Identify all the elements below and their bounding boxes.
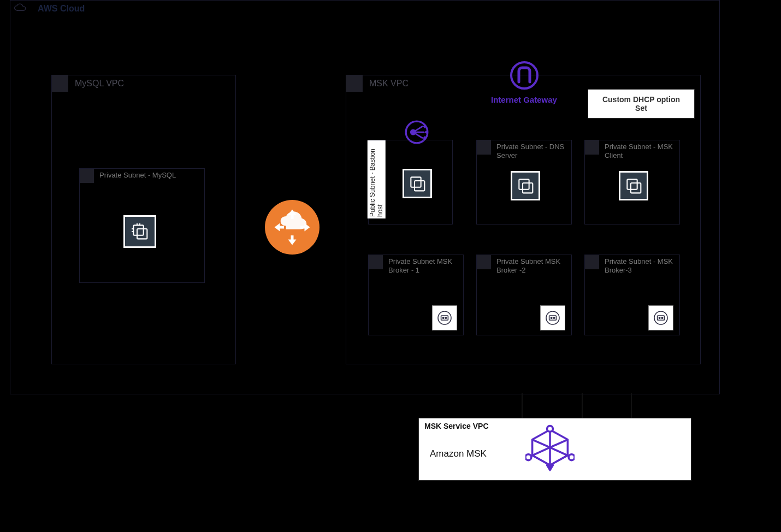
subnet-corner-icon [585,140,599,155]
subnet-mysql-title: Private Subnet - MySQL [99,171,179,180]
aws-cloud-container: AWS Cloud MySQL VPC Private Subnet - MyS… [10,0,720,394]
svg-point-41 [569,454,575,460]
subnet-dns: Private Subnet - DNS Server [476,140,572,224]
vpc-corner-icon [52,75,68,92]
msk-broker-icon [648,305,673,330]
svg-rect-1 [137,229,147,239]
svg-point-27 [551,317,552,318]
svg-point-32 [661,317,662,318]
subnet-dns-title: Private Subnet - DNS Server [496,143,571,159]
dhcp-label: Custom DHCP option Set [602,95,680,113]
svg-rect-18 [523,183,532,193]
ec2-instance-icon [619,171,648,200]
svg-marker-13 [424,131,427,134]
subnet-broker2-title: Private Subnet MSK Broker -2 [496,257,571,274]
svg-line-9 [413,126,423,132]
msk-service-product: Amazon MSK [430,448,487,459]
svg-point-42 [547,426,553,432]
svg-point-25 [546,311,559,324]
svg-marker-39 [547,465,553,470]
svg-rect-15 [411,177,421,187]
vpc-msk: MSK VPC Internet Gateway Custom DHCP opt… [346,75,701,364]
subnet-corner-icon [80,169,94,183]
svg-point-28 [553,317,554,318]
subnet-corner-icon [585,255,599,269]
vpc-mysql: MySQL VPC Private Subnet - MySQL [51,75,236,364]
subnet-broker3-title: Private Subnet - MSK Broker-3 [605,257,679,274]
subnet-mysql-private: Private Subnet - MySQL [79,168,205,283]
svg-rect-26 [549,316,557,320]
subnet-corner-icon [477,140,491,155]
subnet-msk-client: Private Subnet - MSK Client [584,140,680,224]
svg-point-6 [511,62,537,88]
subnet-corner-icon [477,255,491,269]
internet-gateway-label: Internet Gateway [491,95,557,104]
msk-service-title: MSK Service VPC [424,422,489,430]
svg-line-35 [550,440,567,447]
svg-rect-19 [627,179,637,189]
subnet-broker-2: Private Subnet MSK Broker -2 [476,255,572,335]
svg-rect-30 [658,316,665,320]
subnet-bastion: Public Subnet - Bastion host [368,140,453,224]
vpc-peering-icon [265,200,319,255]
ec2-instance-icon [511,171,540,200]
svg-point-31 [659,317,660,318]
svg-point-23 [442,317,443,318]
amazon-msk-icon [525,424,575,473]
dhcp-option-set-box: Custom DHCP option Set [588,89,695,119]
ec2-instance-icon [403,169,432,198]
svg-rect-17 [519,179,529,189]
subnet-msk-client-title: Private Subnet - MSK Client [605,143,679,159]
aws-cloud-icon [10,1,31,16]
vpc-mysql-title: MySQL VPC [75,79,124,88]
svg-line-34 [532,440,550,447]
ec2-instance-icon [123,215,156,248]
subnet-bastion-title: Public Subnet - Bastion host [368,140,386,218]
svg-point-21 [438,311,451,324]
svg-point-40 [525,454,531,460]
msk-broker-icon [432,305,457,330]
svg-rect-16 [415,181,424,191]
subnet-broker-3: Private Subnet - MSK Broker-3 [584,255,680,335]
vpc-corner-icon [346,75,363,92]
svg-rect-20 [631,183,641,193]
aws-cloud-title: AWS Cloud [38,4,85,14]
msk-service-vpc: MSK Service VPC Amazon MSK [418,418,691,481]
svg-rect-22 [441,316,448,320]
svg-rect-0 [133,225,143,235]
internet-gateway-icon [509,60,540,91]
subnet-corner-icon [369,255,383,269]
subnet-broker-1: Private Subnet MSK Broker - 1 [368,255,464,335]
subnet-broker1-title: Private Subnet MSK Broker - 1 [388,257,463,274]
svg-point-24 [445,317,446,318]
msk-broker-icon [540,305,565,330]
vpc-msk-title: MSK VPC [369,79,409,88]
svg-point-29 [654,311,667,324]
svg-line-11 [413,132,423,138]
